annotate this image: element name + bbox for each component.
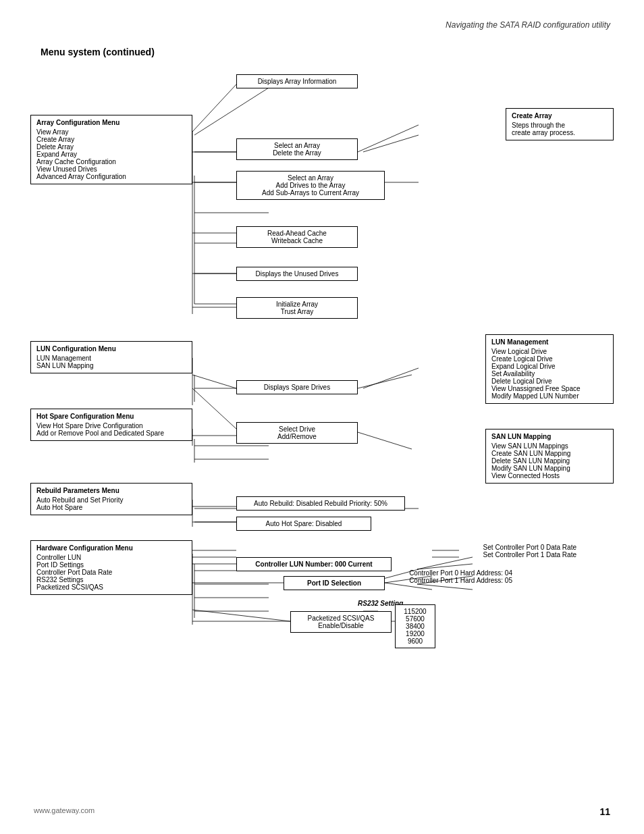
array-config-item-2: Create Array xyxy=(36,136,186,143)
auto-hot-spare-box: Auto Hot Spare: Disabled xyxy=(236,517,371,531)
array-config-title: Array Configuration Menu xyxy=(36,119,186,126)
lun-config-title: LUN Configuration Menu xyxy=(36,345,186,353)
lun-mgmt-item-6: View Unassigned Free Space xyxy=(491,385,608,392)
header-title: Navigating the SATA RAID configuration u… xyxy=(446,20,610,30)
create-array-title: Create Array xyxy=(512,112,608,120)
svg-line-22 xyxy=(363,368,419,388)
page-footer: www.gateway.com 11 xyxy=(0,806,644,817)
displays-spare-drives-box: Displays Spare Drives xyxy=(236,380,358,394)
array-config-item-1: View Array xyxy=(36,128,186,136)
hardware-title: Hardware Configuration Menu xyxy=(36,544,186,552)
controller-port-1: Controller Port 1 Hard Address: 05 xyxy=(409,577,512,584)
rs232-values-box: 115200 57600 38400 19200 9600 xyxy=(395,604,435,648)
array-config-item-6: View Unused Drives xyxy=(36,165,186,173)
array-config-item-4: Expand Array xyxy=(36,151,186,158)
controller-ports-panel: Controller Port 0 Hard Address: 04 Contr… xyxy=(409,569,512,584)
rebuild-title: Rebuild Parameters Menu xyxy=(36,487,186,494)
data-rate-panel: Set Controller Port 0 Data Rate Set Cont… xyxy=(483,544,576,558)
controller-port-0: Controller Port 0 Hard Address: 04 xyxy=(409,569,512,577)
lun-config-panel: LUN Configuration Menu LUN Management SA… xyxy=(30,341,192,373)
auto-rebuild-box: Auto Rebuild: Disabled Rebuild Priority:… xyxy=(236,496,405,511)
hot-spare-panel: Hot Spare Configuration Menu View Hot Sp… xyxy=(30,409,192,441)
lun-mgmt-item-4: Set Availability xyxy=(491,370,608,377)
rebuild-item-1: Auto Rebuild and Set Priority xyxy=(36,496,186,504)
lun-config-item-1: LUN Management xyxy=(36,355,186,362)
hot-spare-title: Hot Spare Configuration Menu xyxy=(36,413,186,420)
create-array-panel: Create Array Steps through thecreate arr… xyxy=(506,108,614,140)
san-lun-title: SAN LUN Mapping xyxy=(491,433,608,440)
lun-mgmt-item-7: Modify Mapped LUN Number xyxy=(491,392,608,400)
lun-mgmt-item-2: Create Logical Drive xyxy=(491,355,608,363)
san-lun-item-4: Modify SAN LUN Mapping xyxy=(491,465,608,472)
diagram-area: Displays Array Information Array Configu… xyxy=(27,71,617,652)
hardware-item-3: Controller Port Data Rate xyxy=(36,569,186,576)
lun-management-title: LUN Management xyxy=(491,338,608,346)
select-drive-box: Select Drive Add/Remove xyxy=(236,422,358,444)
svg-line-27 xyxy=(417,584,473,590)
lun-mgmt-item-5: Delete Logical Drive xyxy=(491,377,608,385)
rebuild-item-2: Auto Hot Spare xyxy=(36,504,186,511)
lun-mgmt-item-3: Expand Logical Drive xyxy=(491,363,608,370)
svg-line-33 xyxy=(192,84,236,132)
select-array-delete-box: Select an Array Delete the Array xyxy=(236,138,358,160)
data-rate-item-1: Set Controller Port 0 Data Rate xyxy=(483,544,576,551)
hardware-panel: Hardware Configuration Menu Controller L… xyxy=(30,540,192,595)
svg-line-59 xyxy=(192,610,290,621)
svg-line-43 xyxy=(358,375,412,388)
data-rate-item-2: Set Controller Port 1 Data Rate xyxy=(483,551,576,558)
san-lun-item-5: View Connected Hosts xyxy=(491,472,608,479)
array-config-item-3: Delete Array xyxy=(36,143,186,151)
hot-spare-item-1: View Hot Spare Drive Configuration xyxy=(36,422,186,429)
svg-line-28 xyxy=(417,557,473,569)
packetized-box: Packetized SCSI/QAS Enable/Disable xyxy=(290,611,392,633)
initialize-trust-array-box: Initialize Array Trust Array xyxy=(236,297,358,319)
page-header: Navigating the SATA RAID configuration u… xyxy=(0,0,644,36)
lun-config-item-2: SAN LUN Mapping xyxy=(36,362,186,369)
displays-array-info-box: Displays Array Information xyxy=(236,74,358,88)
svg-line-41 xyxy=(192,375,236,388)
hardware-item-1: Controller LUN xyxy=(36,554,186,561)
displays-unused-drives-box: Displays the Unused Drives xyxy=(236,267,358,281)
san-lun-item-2: Create SAN LUN Mapping xyxy=(491,450,608,457)
san-lun-item-1: View SAN LUN Mappings xyxy=(491,442,608,450)
lun-mgmt-item-1: View Logical Drive xyxy=(491,348,608,355)
lun-management-panel: LUN Management View Logical Drive Create… xyxy=(485,334,614,404)
hot-spare-item-2: Add or Remove Pool and Dedicated Spare xyxy=(36,429,186,437)
array-config-panel: Array Configuration Menu View Array Crea… xyxy=(30,115,192,184)
port-id-box: Port ID Selection xyxy=(284,576,385,590)
array-config-item-7: Advanced Array Configuration xyxy=(36,173,186,180)
svg-line-20 xyxy=(363,135,419,152)
hardware-item-4: RS232 Settings xyxy=(36,576,186,583)
san-lun-panel: SAN LUN Mapping View SAN LUN Mappings Cr… xyxy=(485,429,614,484)
hardware-item-5: Packetized SCSI/QAS xyxy=(36,583,186,591)
svg-line-29 xyxy=(417,564,473,569)
footer-url: www.gateway.com xyxy=(34,806,95,817)
svg-line-46 xyxy=(358,432,412,449)
read-ahead-cache-box: Read-Ahead Cache Writeback Cache xyxy=(236,226,358,248)
svg-line-39 xyxy=(358,125,419,152)
controller-lun-box: Controller LUN Number: 000 Current xyxy=(236,557,392,571)
svg-line-42 xyxy=(192,388,236,429)
select-array-add-box: Select an Array Add Drives to the Array … xyxy=(236,171,385,200)
rebuild-panel: Rebuild Parameters Menu Auto Rebuild and… xyxy=(30,483,192,515)
array-config-item-5: Array Cache Configuration xyxy=(36,158,186,165)
page-number: 11 xyxy=(599,806,610,817)
page-title: Menu system (continued) xyxy=(41,47,644,57)
san-lun-item-3: Delete SAN LUN Mapping xyxy=(491,457,608,465)
create-array-desc: Steps through thecreate array process. xyxy=(512,122,608,136)
svg-line-1 xyxy=(194,88,269,135)
hardware-item-2: Port ID Settings xyxy=(36,561,186,569)
